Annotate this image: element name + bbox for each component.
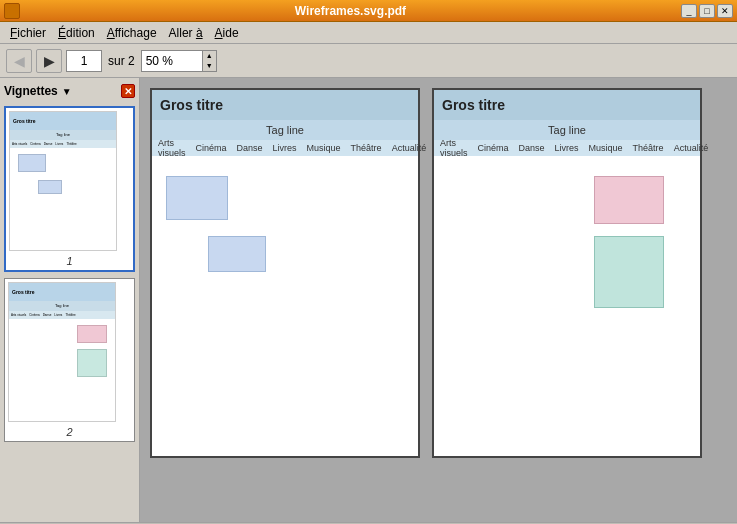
page2-header: Gros titre	[434, 90, 700, 120]
thumb-label-2: 2	[8, 426, 131, 438]
page1-tagline: Tag line	[266, 124, 304, 136]
tp1-box-blue-1	[18, 154, 46, 172]
main-area: Vignettes ▼ ✕ Gros titre Tag line Arts v…	[0, 78, 737, 522]
page2-tagline: Tag line	[548, 124, 586, 136]
page1-nav-item-6: Actualité	[392, 143, 427, 153]
thumbnail-1[interactable]: Gros titre Tag line Arts visuelsCinémaDa…	[4, 106, 135, 272]
tp1-box-blue-2	[38, 180, 62, 194]
close-button[interactable]: ✕	[717, 4, 733, 18]
page1-nav-item-3: Livres	[273, 143, 297, 153]
back-button[interactable]: ◀	[6, 49, 32, 73]
page1-header: Gros titre	[152, 90, 418, 120]
menu-aide[interactable]: Aide	[209, 24, 245, 42]
tp2-nav: Arts visuelsCinémaDanseLivresThéâtre	[9, 311, 115, 319]
tp1-header: Gros titre	[10, 112, 116, 130]
zoom-control: ▲ ▼	[141, 50, 217, 72]
menu-edition[interactable]: Édition	[52, 24, 101, 42]
page2-header-title: Gros titre	[442, 97, 505, 113]
page1-nav-item-1: Cinéma	[196, 143, 227, 153]
zoom-down-button[interactable]: ▼	[203, 61, 216, 71]
tp1-tagline: Tag line	[10, 130, 116, 140]
page1-nav-item-4: Musique	[307, 143, 341, 153]
page2-nav-item-4: Musique	[589, 143, 623, 153]
zoom-up-button[interactable]: ▲	[203, 51, 216, 61]
window-title: Wireframes.svg.pdf	[20, 4, 681, 18]
tp2-header: Gros titre	[9, 283, 115, 301]
page-total-label: sur 2	[106, 54, 137, 68]
page2-nav: Arts visuels Cinéma Danse Livres Musique…	[434, 140, 700, 156]
page1-box-blue-2	[208, 236, 266, 272]
page1-tagline-bar: Tag line	[152, 120, 418, 140]
tp2-tagline: Tag line	[9, 301, 115, 311]
window-controls: _ □ ✕	[681, 4, 733, 18]
titlebar: Wireframes.svg.pdf _ □ ✕	[0, 0, 737, 22]
page1-body	[152, 156, 418, 456]
maximize-button[interactable]: □	[699, 4, 715, 18]
page1-nav-item-0: Arts visuels	[158, 138, 186, 158]
page2-tagline-bar: Tag line	[434, 120, 700, 140]
page2-box-teal	[594, 236, 664, 308]
page2-body	[434, 156, 700, 456]
tp1-nav: Arts visuelsCinémaDanseLivresThéâtre	[10, 140, 116, 148]
zoom-spinners: ▲ ▼	[202, 51, 216, 71]
page1-nav: Arts visuels Cinéma Danse Livres Musique…	[152, 140, 418, 156]
page-number-input[interactable]	[66, 50, 102, 72]
tp2-box-pink	[77, 325, 107, 343]
page2-nav-item-1: Cinéma	[478, 143, 509, 153]
page2-nav-item-0: Arts visuels	[440, 138, 468, 158]
menu-affichage[interactable]: Affichage	[101, 24, 163, 42]
thumb-page-1: Gros titre Tag line Arts visuelsCinémaDa…	[9, 111, 117, 251]
page2-nav-item-2: Danse	[519, 143, 545, 153]
page1-nav-item-5: Théâtre	[351, 143, 382, 153]
page2-nav-item-6: Actualité	[674, 143, 709, 153]
thumb-page-2: Gros titre Tag line Arts visuelsCinémaDa…	[8, 282, 116, 422]
menu-fichier[interactable]: Fichier	[4, 24, 52, 42]
zoom-input[interactable]	[142, 51, 202, 71]
page1-box-blue-1	[166, 176, 228, 220]
forward-button[interactable]: ▶	[36, 49, 62, 73]
sidebar: Vignettes ▼ ✕ Gros titre Tag line Arts v…	[0, 78, 140, 522]
sidebar-header: Vignettes ▼ ✕	[4, 84, 135, 98]
menu-aller-a[interactable]: Aller à	[163, 24, 209, 42]
app-icon	[4, 3, 20, 19]
page-frame-2: Gros titre Tag line Arts visuels Cinéma …	[432, 88, 702, 458]
content-area: Gros titre Tag line Arts visuels Cinéma …	[140, 78, 737, 522]
page2-nav-item-5: Théâtre	[633, 143, 664, 153]
menubar: Fichier Édition Affichage Aller à Aide	[0, 22, 737, 44]
page-frame-1: Gros titre Tag line Arts visuels Cinéma …	[150, 88, 420, 458]
minimize-button[interactable]: _	[681, 4, 697, 18]
thumb-label-1: 1	[9, 255, 130, 267]
sidebar-title-label: Vignettes	[4, 84, 58, 98]
thumbnail-2[interactable]: Gros titre Tag line Arts visuelsCinémaDa…	[4, 278, 135, 442]
page2-box-pink	[594, 176, 664, 224]
page1-header-title: Gros titre	[160, 97, 223, 113]
tp2-box-teal	[77, 349, 107, 377]
sidebar-dropdown-icon[interactable]: ▼	[62, 86, 72, 97]
page2-nav-item-3: Livres	[555, 143, 579, 153]
sidebar-close-button[interactable]: ✕	[121, 84, 135, 98]
toolbar: ◀ ▶ sur 2 ▲ ▼	[0, 44, 737, 78]
page1-nav-item-2: Danse	[237, 143, 263, 153]
